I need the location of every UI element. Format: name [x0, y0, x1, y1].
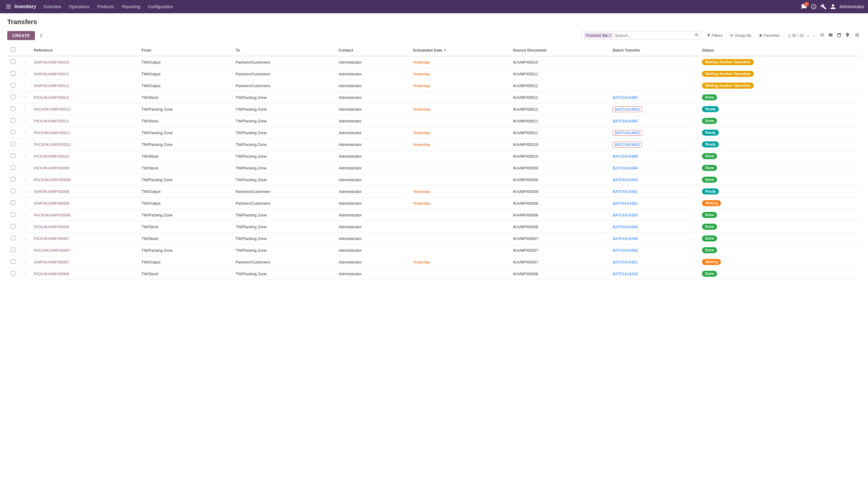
batch-cell[interactable]: BATCH/14346	[609, 233, 698, 245]
reference-link[interactable]: PACK/IKA/MP/00009	[34, 177, 71, 182]
star-icon[interactable]: ☆	[23, 271, 27, 276]
batch-link[interactable]: BATCH/14350	[613, 213, 638, 217]
prev-page-button[interactable]: ‹	[806, 32, 810, 39]
group-by-button[interactable]: Group By	[727, 32, 754, 39]
nav-operations[interactable]: Operations	[65, 2, 93, 11]
row-checkbox[interactable]	[11, 189, 16, 193]
star-icon[interactable]: ☆	[23, 71, 27, 76]
star-icon[interactable]: ☆	[23, 95, 27, 100]
next-page-button[interactable]: ›	[812, 32, 816, 39]
batch-link[interactable]: BATCH/14402	[613, 130, 642, 136]
col-to[interactable]: To	[232, 44, 335, 56]
batch-cell[interactable]: BATCH/14365	[609, 115, 698, 127]
search-input[interactable]	[615, 33, 693, 38]
col-contact[interactable]: Contact	[335, 44, 409, 56]
star-icon[interactable]: ☆	[23, 153, 27, 158]
reference-link[interactable]: PICK/IKA/MP/00010	[34, 154, 69, 158]
download-icon[interactable]: ⇓	[37, 31, 45, 40]
batch-link[interactable]: BATCH/14346	[613, 236, 638, 241]
user-name[interactable]: Administrator	[840, 4, 864, 9]
reference-link[interactable]: PACK/IKA/MP/00011	[34, 130, 71, 135]
filters-button[interactable]: Filters	[704, 32, 725, 39]
batch-cell[interactable]: BATCH/14365	[609, 92, 698, 103]
reference-link[interactable]: PICK/IKA/MP/00012	[34, 95, 69, 100]
star-icon[interactable]: ☆	[23, 165, 27, 170]
col-batch-transfer[interactable]: Batch Transfer	[609, 44, 698, 56]
col-from[interactable]: From	[138, 44, 232, 56]
reference-link[interactable]: PACK/IKA/MP/00007	[34, 248, 71, 253]
row-checkbox[interactable]	[11, 71, 16, 76]
batch-cell[interactable]	[609, 80, 698, 92]
reference-link[interactable]: PICK/IKA/MP/00006	[34, 272, 69, 276]
row-checkbox[interactable]	[11, 271, 16, 275]
select-all-checkbox[interactable]	[11, 47, 16, 52]
row-checkbox[interactable]	[11, 83, 16, 88]
reference-link[interactable]: PICK/IKA/MP/00009	[34, 166, 69, 170]
star-icon[interactable]: ☆	[23, 59, 27, 65]
reference-link[interactable]: PICK/IKA/MP/00011	[34, 119, 69, 123]
batch-cell[interactable]: BATCH/14365	[609, 150, 698, 162]
row-checkbox[interactable]	[11, 247, 16, 252]
star-icon[interactable]: ☆	[23, 177, 27, 182]
settings-col-button[interactable]	[853, 31, 861, 40]
batch-link[interactable]: BATCH/14365	[613, 95, 638, 100]
map-view-button[interactable]	[844, 31, 851, 40]
favorites-button[interactable]: Favorites	[756, 32, 782, 39]
settings-icon[interactable]	[820, 4, 826, 10]
batch-cell[interactable]: BATCH/14361	[609, 197, 698, 209]
star-icon[interactable]: ☆	[23, 130, 27, 135]
reference-link[interactable]: PICK/IKA/MP/00007	[34, 236, 69, 241]
batch-cell[interactable]: BATCH/14402	[609, 127, 698, 139]
reference-link[interactable]: SHIP/IKA/MP/00012	[34, 83, 69, 88]
nav-configuration[interactable]: Configuration	[144, 2, 177, 11]
nav-overview[interactable]: Overview	[40, 2, 65, 11]
star-icon[interactable]: ☆	[23, 236, 27, 241]
batch-cell[interactable]: BATCH/14350	[609, 174, 698, 186]
search-icon[interactable]	[694, 32, 699, 38]
batch-cell[interactable]: BATCH/14346	[609, 221, 698, 233]
star-icon[interactable]: ☆	[23, 106, 27, 112]
batch-cell[interactable]: BATCH/14243	[609, 268, 698, 280]
reference-link[interactable]: PICK/IKA/MP/00008	[34, 225, 69, 229]
app-brand[interactable]: Inventory	[15, 4, 36, 9]
star-icon[interactable]: ☆	[23, 259, 27, 264]
reference-link[interactable]: SHIP/IKA/MP/00008	[34, 201, 69, 205]
row-checkbox[interactable]	[11, 106, 16, 111]
batch-cell[interactable]: BATCH/14361	[609, 256, 698, 268]
batch-link[interactable]: BATCH/14350	[613, 177, 638, 182]
col-source-doc[interactable]: Source Document	[509, 44, 609, 56]
row-checkbox[interactable]	[11, 165, 16, 170]
star-icon[interactable]: ☆	[23, 142, 27, 147]
clock-icon[interactable]	[811, 4, 817, 10]
user-icon[interactable]	[830, 4, 836, 10]
batch-link[interactable]: BATCH/14350	[613, 248, 638, 253]
batch-link[interactable]: BATCH/14361	[613, 201, 638, 205]
batch-cell[interactable]: BATCH/14350	[609, 245, 698, 256]
star-icon[interactable]: ☆	[23, 212, 27, 217]
nav-products[interactable]: Products	[94, 2, 118, 11]
batch-link[interactable]: BATCH/14243	[613, 272, 638, 276]
batch-cell[interactable]: BATCH/14346	[609, 162, 698, 174]
star-icon[interactable]: ☆	[23, 200, 27, 205]
batch-link[interactable]: BATCH/14365	[613, 119, 638, 123]
nav-reporting[interactable]: Reporting	[118, 2, 144, 11]
batch-cell[interactable]: BATCH/14402	[609, 139, 698, 150]
row-checkbox[interactable]	[11, 259, 16, 264]
star-icon[interactable]: ☆	[23, 83, 27, 88]
star-icon[interactable]: ☆	[23, 118, 27, 123]
reference-link[interactable]: PACK/IKA/MP/00010	[34, 142, 71, 147]
reference-link[interactable]: SHIP/IKA/MP/00011	[34, 72, 69, 76]
row-checkbox[interactable]	[11, 130, 16, 134]
row-checkbox[interactable]	[11, 236, 16, 240]
kanban-view-button[interactable]	[827, 31, 834, 40]
apps-menu-icon[interactable]	[4, 2, 13, 11]
batch-cell[interactable]	[609, 68, 698, 80]
batch-link[interactable]: BATCH/14402	[613, 106, 642, 112]
col-status[interactable]: Status	[698, 44, 843, 56]
batch-link[interactable]: BATCH/14402	[613, 142, 642, 147]
batch-cell[interactable]	[609, 56, 698, 68]
batch-link[interactable]: BATCH/14346	[613, 225, 638, 229]
star-icon[interactable]: ☆	[23, 247, 27, 253]
reference-link[interactable]: PACK/IKA/MP/00008	[34, 213, 71, 217]
calendar-view-button[interactable]	[836, 31, 843, 40]
